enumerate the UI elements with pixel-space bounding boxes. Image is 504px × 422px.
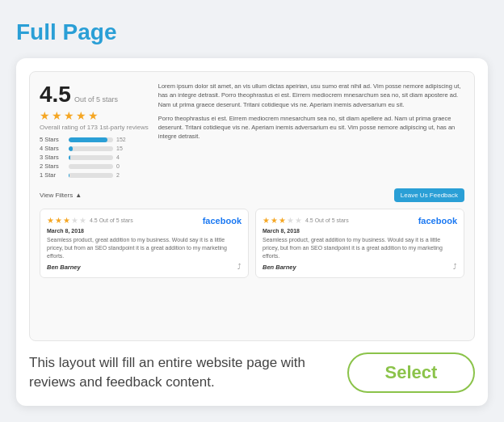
bar-track-4	[69, 146, 113, 151]
star-3: ★	[64, 109, 74, 122]
review-card-2-stars-wrap: ★ ★ ★ ★ ★ 4.5 Out of 5 stars	[262, 216, 349, 225]
page-title: Full Page	[16, 19, 488, 45]
review-card-1-header: ★ ★ ★ ★ ★ 4.5 Out of 5 stars facebook	[47, 216, 242, 226]
bar-label-2: 2 Stars	[40, 162, 65, 170]
description-text: Lorem ipsum dolor sit amet, an vis ullum…	[158, 82, 464, 180]
view-filters-label: View Filters	[40, 192, 73, 199]
rc1-star5: ★	[79, 216, 86, 225]
bar-count-5: 152	[116, 137, 129, 142]
rc2-star2: ★	[271, 216, 278, 225]
leave-feedback-button[interactable]: Leave Us Feedback	[394, 188, 464, 202]
review-card-1-author: Ben Barney	[47, 264, 81, 271]
rc1-star3: ★	[63, 216, 70, 225]
bar-count-2: 0	[116, 163, 129, 169]
bar-label-3: 3 Stars	[40, 154, 65, 161]
review-card-1-footer: Ben Barney ⤴	[47, 263, 242, 271]
rc1-star4: ★	[71, 216, 78, 225]
bar-fill-3	[69, 155, 70, 160]
star-2: ★	[52, 109, 62, 122]
star-1: ★	[40, 109, 50, 122]
review-card-1-source: facebook	[203, 216, 242, 226]
review-card-2-author: Ben Barney	[262, 264, 296, 271]
bar-track-2	[69, 164, 113, 169]
review-card-2-date: March 8, 2018	[262, 228, 457, 234]
rc1-star1: ★	[47, 216, 54, 225]
review-card-1-body: Seamless product, great addition to my b…	[47, 236, 242, 260]
desc-paragraph-2: Porro theophrastus ei est. Eirrem medioc…	[158, 114, 464, 141]
bar-2stars: 2 Stars 0	[40, 162, 149, 170]
bar-count-3: 4	[116, 154, 129, 160]
rc2-star3: ★	[279, 216, 286, 225]
bar-count-4: 15	[116, 146, 129, 151]
review-card-2-source: facebook	[418, 216, 457, 226]
share-icon-2[interactable]: ⤴	[453, 263, 457, 271]
rc2-star1: ★	[262, 216, 270, 225]
bar-fill-1	[69, 173, 69, 178]
bar-track-5	[69, 137, 113, 142]
rc2-star4: ★	[287, 216, 294, 225]
bar-label-4: 4 Stars	[40, 145, 65, 152]
star-4: ★	[76, 109, 86, 122]
filter-row: View Filters ▲ Leave Us Feedback	[40, 188, 464, 202]
review-card-1-stars: ★ ★ ★ ★ ★	[47, 216, 86, 225]
rating-block: 4.5 Out of 5 stars ★ ★ ★ ★ ★ Overall rat…	[40, 82, 464, 180]
rating-value: 4.5	[40, 82, 71, 108]
bar-fill-4	[69, 146, 73, 151]
star-5: ★	[88, 109, 99, 122]
rc2-star5: ★	[295, 216, 302, 225]
bar-3stars: 3 Stars 4	[40, 154, 149, 161]
bar-label-5: 5 Stars	[40, 136, 65, 143]
chevron-up-icon: ▲	[75, 192, 82, 199]
bar-4stars: 4 Stars 15	[40, 145, 149, 152]
bar-track-3	[69, 155, 113, 160]
bottom-section: This layout will fill an entire website …	[29, 352, 475, 393]
review-card-2-rating-text: 4.5 Out of 5 stars	[305, 217, 349, 223]
select-button[interactable]: Select	[347, 352, 475, 393]
review-card-2: ★ ★ ★ ★ ★ 4.5 Out of 5 stars facebook Ma…	[255, 209, 464, 278]
bar-fill-5	[69, 137, 107, 142]
layout-card: 4.5 Out of 5 stars ★ ★ ★ ★ ★ Overall rat…	[16, 58, 488, 406]
review-card-1: ★ ★ ★ ★ ★ 4.5 Out of 5 stars facebook Ma…	[40, 209, 249, 278]
bar-1star: 1 Star 2	[40, 171, 149, 179]
rating-out-of: Out of 5 stars	[74, 95, 118, 104]
share-icon-1[interactable]: ⤴	[237, 263, 242, 271]
rating-summary: 4.5 Out of 5 stars ★ ★ ★ ★ ★ Overall rat…	[40, 82, 149, 180]
review-card-1-rating-text: 4.5 Out of 5 stars	[90, 217, 133, 223]
review-card-1-stars-wrap: ★ ★ ★ ★ ★ 4.5 Out of 5 stars	[47, 216, 133, 225]
review-card-2-body: Seamless product, great addition to my b…	[262, 236, 457, 260]
review-card-2-footer: Ben Barney ⤴	[262, 263, 457, 271]
rc1-star2: ★	[55, 216, 62, 225]
bar-label-1: 1 Star	[40, 171, 65, 179]
view-filters-button[interactable]: View Filters ▲	[40, 192, 82, 199]
review-card-2-header: ★ ★ ★ ★ ★ 4.5 Out of 5 stars facebook	[262, 216, 457, 226]
preview-area: 4.5 Out of 5 stars ★ ★ ★ ★ ★ Overall rat…	[29, 71, 475, 341]
review-count: Overall rating of 173 1st-party reviews	[40, 124, 149, 131]
layout-description: This layout will fill an entire website …	[29, 353, 334, 392]
rating-stars: ★ ★ ★ ★ ★	[40, 109, 149, 122]
bar-count-1: 2	[116, 172, 129, 178]
desc-paragraph-1: Lorem ipsum dolor sit amet, an vis ullum…	[158, 82, 464, 109]
bar-track-1	[69, 173, 113, 178]
review-cards-container: ★ ★ ★ ★ ★ 4.5 Out of 5 stars facebook Ma…	[40, 209, 464, 278]
review-card-2-stars: ★ ★ ★ ★ ★	[262, 216, 302, 225]
review-card-1-date: March 8, 2018	[47, 228, 242, 234]
bar-5stars: 5 Stars 152	[40, 136, 149, 143]
